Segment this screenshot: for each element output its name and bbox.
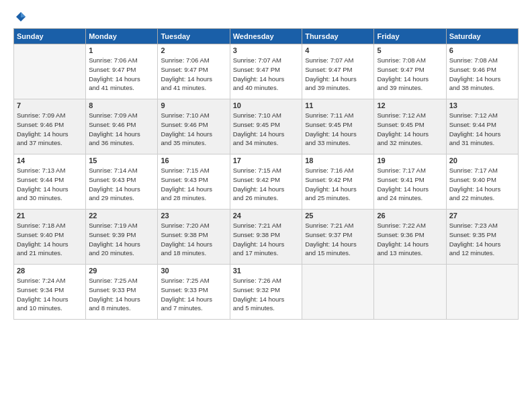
calendar-day-cell: 29Sunrise: 7:25 AMSunset: 9:33 PMDayligh… xyxy=(86,265,158,320)
calendar-day-cell xyxy=(374,265,446,320)
day-number: 10 xyxy=(233,101,299,109)
day-info: Sunrise: 7:23 AMSunset: 9:35 PMDaylight:… xyxy=(449,221,515,258)
day-info: Sunrise: 7:17 AMSunset: 9:41 PMDaylight:… xyxy=(377,166,443,203)
day-number: 28 xyxy=(17,267,83,275)
day-number: 31 xyxy=(233,267,299,275)
calendar-day-cell: 2Sunrise: 7:06 AMSunset: 9:47 PMDaylight… xyxy=(158,44,230,99)
day-info: Sunrise: 7:11 AMSunset: 9:45 PMDaylight:… xyxy=(305,111,371,148)
day-number: 4 xyxy=(305,46,371,54)
day-number: 27 xyxy=(449,212,515,220)
calendar-day-cell: 28Sunrise: 7:24 AMSunset: 9:34 PMDayligh… xyxy=(14,265,86,320)
day-number: 12 xyxy=(377,101,443,109)
day-info: Sunrise: 7:20 AMSunset: 9:38 PMDaylight:… xyxy=(161,221,226,258)
calendar-day-cell: 11Sunrise: 7:11 AMSunset: 9:45 PMDayligh… xyxy=(302,99,374,154)
calendar-day-cell: 5Sunrise: 7:08 AMSunset: 9:47 PMDaylight… xyxy=(374,44,446,99)
calendar-week-row: 1Sunrise: 7:06 AMSunset: 9:47 PMDaylight… xyxy=(14,44,519,99)
day-number: 20 xyxy=(449,156,515,165)
calendar-day-cell xyxy=(446,265,518,320)
day-number: 23 xyxy=(161,212,226,220)
day-number: 11 xyxy=(305,101,371,109)
day-number: 19 xyxy=(377,156,443,165)
day-number: 24 xyxy=(233,212,299,220)
day-number: 2 xyxy=(161,46,226,54)
day-number: 5 xyxy=(377,46,443,54)
day-info: Sunrise: 7:26 AMSunset: 9:32 PMDaylight:… xyxy=(233,276,299,313)
day-info: Sunrise: 7:08 AMSunset: 9:47 PMDaylight:… xyxy=(377,56,443,93)
calendar-day-cell: 4Sunrise: 7:07 AMSunset: 9:47 PMDaylight… xyxy=(302,44,374,99)
day-info: Sunrise: 7:19 AMSunset: 9:39 PMDaylight:… xyxy=(89,221,154,258)
calendar-day-cell xyxy=(302,265,374,320)
day-info: Sunrise: 7:15 AMSunset: 9:42 PMDaylight:… xyxy=(233,166,299,203)
day-info: Sunrise: 7:09 AMSunset: 9:46 PMDaylight:… xyxy=(89,111,154,148)
day-info: Sunrise: 7:10 AMSunset: 9:46 PMDaylight:… xyxy=(161,111,226,148)
calendar-table: SundayMondayTuesdayWednesdayThursdayFrid… xyxy=(13,28,519,320)
day-info: Sunrise: 7:06 AMSunset: 9:47 PMDaylight:… xyxy=(89,56,154,93)
calendar-day-cell: 30Sunrise: 7:25 AMSunset: 9:33 PMDayligh… xyxy=(158,265,230,320)
day-number: 26 xyxy=(377,212,443,220)
day-number: 22 xyxy=(89,212,154,220)
calendar-week-row: 7Sunrise: 7:09 AMSunset: 9:46 PMDaylight… xyxy=(14,99,519,154)
day-info: Sunrise: 7:08 AMSunset: 9:46 PMDaylight:… xyxy=(449,56,515,93)
calendar-week-row: 14Sunrise: 7:13 AMSunset: 9:44 PMDayligh… xyxy=(14,154,519,210)
calendar-week-row: 21Sunrise: 7:18 AMSunset: 9:40 PMDayligh… xyxy=(14,210,519,265)
weekday-header: Thursday xyxy=(302,29,374,44)
day-number: 14 xyxy=(17,156,83,165)
day-number: 21 xyxy=(17,212,83,220)
calendar-day-cell: 13Sunrise: 7:12 AMSunset: 9:44 PMDayligh… xyxy=(446,99,518,154)
weekday-header: Sunday xyxy=(14,29,86,44)
page: SundayMondayTuesdayWednesdayThursdayFrid… xyxy=(0,0,532,411)
calendar-day-cell: 27Sunrise: 7:23 AMSunset: 9:35 PMDayligh… xyxy=(446,210,518,265)
day-info: Sunrise: 7:07 AMSunset: 9:47 PMDaylight:… xyxy=(233,56,299,93)
day-number: 13 xyxy=(449,101,515,109)
day-info: Sunrise: 7:25 AMSunset: 9:33 PMDaylight:… xyxy=(89,276,154,313)
day-number: 29 xyxy=(89,267,154,275)
day-info: Sunrise: 7:22 AMSunset: 9:36 PMDaylight:… xyxy=(377,221,443,258)
calendar-day-cell: 7Sunrise: 7:09 AMSunset: 9:46 PMDaylight… xyxy=(14,99,86,154)
day-info: Sunrise: 7:24 AMSunset: 9:34 PMDaylight:… xyxy=(17,276,83,313)
calendar-day-cell: 26Sunrise: 7:22 AMSunset: 9:36 PMDayligh… xyxy=(374,210,446,265)
weekday-header: Saturday xyxy=(446,29,518,44)
calendar-day-cell: 25Sunrise: 7:21 AMSunset: 9:37 PMDayligh… xyxy=(302,210,374,265)
calendar-day-cell: 31Sunrise: 7:26 AMSunset: 9:32 PMDayligh… xyxy=(230,265,302,320)
day-info: Sunrise: 7:14 AMSunset: 9:43 PMDaylight:… xyxy=(89,166,154,203)
day-info: Sunrise: 7:25 AMSunset: 9:33 PMDaylight:… xyxy=(161,276,226,313)
calendar-day-cell: 17Sunrise: 7:15 AMSunset: 9:42 PMDayligh… xyxy=(230,154,302,210)
weekday-header: Friday xyxy=(374,29,446,44)
header xyxy=(13,11,519,23)
calendar-day-cell: 16Sunrise: 7:15 AMSunset: 9:43 PMDayligh… xyxy=(158,154,230,210)
day-info: Sunrise: 7:06 AMSunset: 9:47 PMDaylight:… xyxy=(161,56,226,93)
calendar-day-cell: 19Sunrise: 7:17 AMSunset: 9:41 PMDayligh… xyxy=(374,154,446,210)
calendar-day-cell: 12Sunrise: 7:12 AMSunset: 9:45 PMDayligh… xyxy=(374,99,446,154)
calendar-day-cell xyxy=(14,44,86,99)
weekday-header: Tuesday xyxy=(158,29,230,44)
calendar-day-cell: 24Sunrise: 7:21 AMSunset: 9:38 PMDayligh… xyxy=(230,210,302,265)
day-number: 8 xyxy=(89,101,154,109)
svg-marker-1 xyxy=(21,12,26,17)
weekday-header: Wednesday xyxy=(230,29,302,44)
day-number: 1 xyxy=(89,46,154,54)
day-number: 18 xyxy=(305,156,371,165)
weekday-header: Monday xyxy=(86,29,158,44)
calendar-week-row: 28Sunrise: 7:24 AMSunset: 9:34 PMDayligh… xyxy=(14,265,519,320)
calendar-header-row: SundayMondayTuesdayWednesdayThursdayFrid… xyxy=(14,29,519,44)
day-info: Sunrise: 7:12 AMSunset: 9:44 PMDaylight:… xyxy=(449,111,515,148)
day-info: Sunrise: 7:10 AMSunset: 9:45 PMDaylight:… xyxy=(233,111,299,148)
calendar-day-cell: 22Sunrise: 7:19 AMSunset: 9:39 PMDayligh… xyxy=(86,210,158,265)
calendar-day-cell: 14Sunrise: 7:13 AMSunset: 9:44 PMDayligh… xyxy=(14,154,86,210)
calendar-day-cell: 8Sunrise: 7:09 AMSunset: 9:46 PMDaylight… xyxy=(86,99,158,154)
day-info: Sunrise: 7:18 AMSunset: 9:40 PMDaylight:… xyxy=(17,221,83,258)
calendar-day-cell: 15Sunrise: 7:14 AMSunset: 9:43 PMDayligh… xyxy=(86,154,158,210)
day-info: Sunrise: 7:09 AMSunset: 9:46 PMDaylight:… xyxy=(17,111,83,148)
calendar-day-cell: 9Sunrise: 7:10 AMSunset: 9:46 PMDaylight… xyxy=(158,99,230,154)
day-number: 7 xyxy=(17,101,83,109)
calendar-day-cell: 21Sunrise: 7:18 AMSunset: 9:40 PMDayligh… xyxy=(14,210,86,265)
day-number: 16 xyxy=(161,156,226,165)
day-number: 25 xyxy=(305,212,371,220)
day-info: Sunrise: 7:21 AMSunset: 9:37 PMDaylight:… xyxy=(305,221,371,258)
day-info: Sunrise: 7:15 AMSunset: 9:43 PMDaylight:… xyxy=(161,166,226,203)
day-info: Sunrise: 7:21 AMSunset: 9:38 PMDaylight:… xyxy=(233,221,299,258)
day-info: Sunrise: 7:16 AMSunset: 9:42 PMDaylight:… xyxy=(305,166,371,203)
day-info: Sunrise: 7:13 AMSunset: 9:44 PMDaylight:… xyxy=(17,166,83,203)
day-number: 15 xyxy=(89,156,154,165)
day-info: Sunrise: 7:12 AMSunset: 9:45 PMDaylight:… xyxy=(377,111,443,148)
